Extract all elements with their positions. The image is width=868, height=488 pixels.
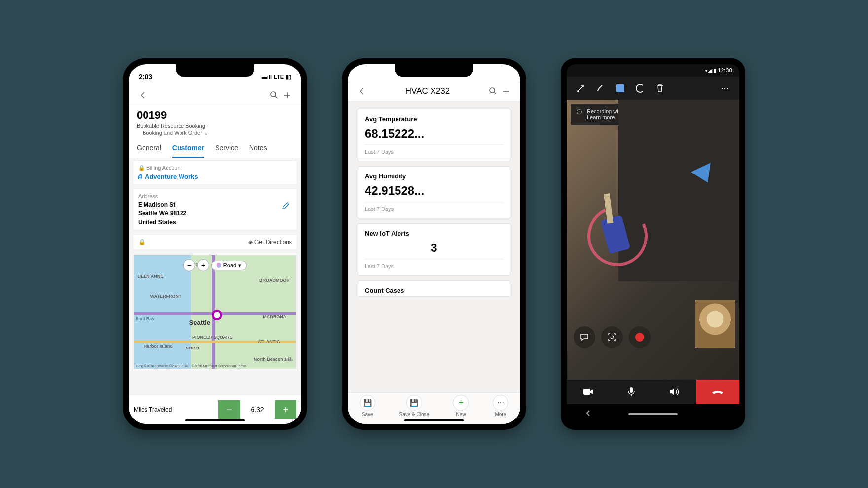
call-controls (567, 380, 739, 404)
video-feed[interactable]: ⓘ Recording will be saved in the meeting… (567, 100, 739, 380)
map-city-label: Seattle (189, 319, 211, 326)
battery-icon: ▮▯ (286, 74, 291, 80)
address-label: Address (138, 193, 292, 199)
phone-1: 2:03 ▬ıll LTE ▮▯ 00199 Bookable Resource… (123, 58, 307, 430)
save-icon: 💾 (360, 395, 375, 411)
tab-service[interactable]: Service (215, 139, 238, 158)
miles-decrement[interactable]: − (218, 400, 240, 419)
miles-increment[interactable]: + (275, 400, 296, 419)
back-button[interactable] (137, 89, 149, 102)
camera-toggle[interactable] (567, 380, 610, 404)
network-label: LTE (274, 74, 284, 80)
undo-button[interactable] (634, 82, 647, 95)
card-avg-humidity[interactable]: Avg Humidity 42.91528... Last 7 Days (358, 166, 510, 218)
card-count-cases[interactable]: Count Cases (358, 280, 510, 297)
save-close-button[interactable]: 💾 Save & Close (399, 395, 430, 417)
save-button[interactable]: 💾 Save (360, 395, 375, 417)
page-header (129, 86, 301, 105)
more-menu[interactable]: ⋯ (719, 82, 731, 95)
svg-rect-5 (630, 387, 633, 393)
svg-point-2 (577, 90, 579, 92)
svg-point-0 (271, 92, 276, 97)
map-scale: 1 km (284, 357, 293, 362)
lock-icon: 🔒 (138, 165, 145, 171)
address-line-1: E Madison St (138, 201, 186, 208)
android-nav-bar (567, 404, 739, 424)
map-pin (212, 310, 222, 320)
android-status-bar: ▾◢ ▮ 12:30 (567, 64, 739, 77)
home-indicator[interactable] (185, 419, 245, 421)
lock-icon: 🔒 (138, 239, 145, 245)
card-iot-alerts[interactable]: New IoT Alerts 3 Last 7 Days (358, 223, 510, 276)
annotation-toolbar: ⋯ (567, 77, 739, 100)
self-video[interactable] (695, 300, 735, 348)
map-zoom-in[interactable]: + (197, 259, 209, 271)
nav-back[interactable] (585, 410, 592, 418)
record-subtitle: Bookable Resource Booking · (137, 123, 293, 129)
ink-tool[interactable] (594, 82, 607, 95)
record-view[interactable]: Booking and Work Order ⌄ (143, 130, 293, 136)
learn-more-link[interactable]: Learn more (587, 114, 615, 120)
shape-tool[interactable] (614, 82, 627, 95)
signal-icon: ▾◢ (705, 67, 712, 74)
miles-value: 6.32 (245, 406, 270, 414)
delete-button[interactable] (653, 82, 666, 95)
card-avg-temperature[interactable]: Avg Temperature 68.15222... Last 7 Days (358, 109, 510, 161)
caret-down-icon: ▾ (238, 262, 241, 269)
home-indicator[interactable] (404, 419, 464, 421)
back-button[interactable] (356, 85, 368, 98)
account-icon: ⎙ (138, 173, 142, 180)
map-mode-dropdown[interactable]: Road ▾ (211, 261, 247, 270)
status-time: 2:03 (139, 73, 152, 81)
map-view[interactable]: Seattle NORTH BROADMOOR MADRONA PIONEER … (134, 255, 296, 369)
svg-point-1 (490, 88, 495, 93)
chevron-down-icon: ⌄ (204, 130, 208, 136)
plus-icon: + (453, 395, 469, 411)
more-button[interactable]: ⋯ More (493, 395, 508, 417)
address-line-3: United States (138, 219, 186, 226)
svg-point-3 (611, 336, 614, 339)
mic-toggle[interactable] (610, 380, 653, 404)
page-title: HVAC X232 (368, 86, 487, 96)
pointer-tool[interactable] (575, 82, 587, 95)
signal-icon: ▬ıll (262, 74, 272, 80)
info-icon: ⓘ (577, 108, 582, 116)
search-button[interactable] (268, 89, 281, 102)
tab-general[interactable]: General (137, 139, 161, 158)
get-directions-link[interactable]: ◈ Get Directions (248, 239, 292, 245)
phone-3: ▾◢ ▮ 12:30 ⋯ ⓘ Recording will be saved (561, 58, 745, 430)
status-time: 12:30 (718, 67, 732, 74)
end-call-button[interactable] (696, 380, 740, 404)
search-button[interactable] (487, 85, 500, 98)
map-zoom-out[interactable]: − (183, 259, 195, 271)
tab-customer[interactable]: Customer (172, 139, 204, 158)
billing-label: 🔒 Billing Account (138, 165, 292, 171)
add-button[interactable] (281, 89, 293, 102)
speaker-toggle[interactable] (653, 380, 696, 404)
map-attribution: Bing ©2020 TomTom ©2020 HERE, ©2020 Micr… (136, 364, 246, 368)
more-icon: ⋯ (493, 395, 508, 411)
billing-account-link[interactable]: ⎙ Adventure Works (138, 173, 292, 180)
phone-2: HVAC X232 Avg Temperature 68.15222... La… (342, 58, 526, 430)
add-button[interactable] (500, 85, 512, 98)
battery-icon: ▮ (713, 67, 717, 74)
tab-notes[interactable]: Notes (249, 139, 267, 158)
page-header: HVAC X232 (348, 82, 520, 101)
record-title: 00199 (137, 109, 293, 122)
address-line-2: Seattle WA 98122 (138, 210, 186, 217)
directions-icon: ◈ (248, 239, 253, 245)
new-button[interactable]: + New (453, 395, 469, 417)
tab-bar: General Customer Service Notes (137, 139, 293, 158)
record-button[interactable] (629, 326, 651, 348)
nav-home[interactable] (628, 413, 678, 415)
scan-button[interactable] (601, 326, 623, 348)
svg-rect-4 (583, 389, 590, 395)
chat-button[interactable] (574, 326, 595, 348)
miles-label: Miles Traveled (134, 406, 214, 413)
save-close-icon: 💾 (406, 395, 422, 411)
edit-address-button[interactable] (279, 199, 292, 212)
